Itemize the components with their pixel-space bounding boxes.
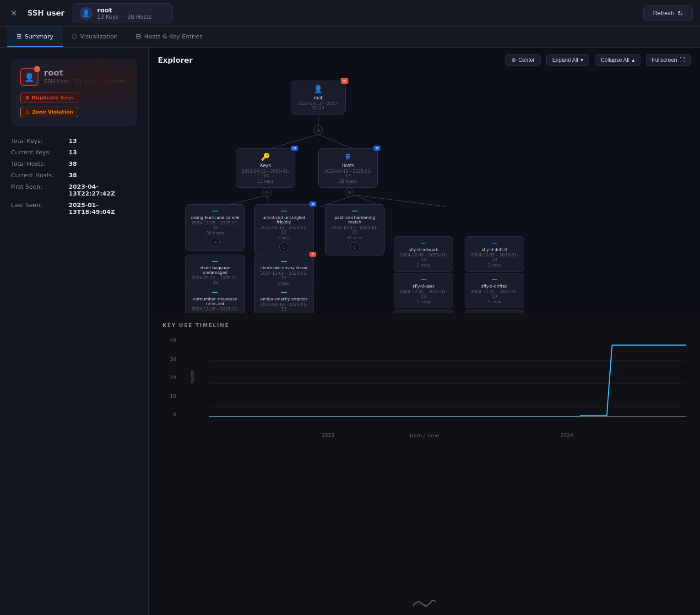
expand-all-button[interactable]: Expand All ▾	[546, 54, 589, 66]
child-node-2[interactable]: ━━ pastrami hardening match 2024-12-13 –…	[325, 204, 385, 256]
y-label-20: 20	[163, 375, 176, 381]
root-expand-circle[interactable]: ⊙	[314, 125, 323, 135]
graph-inner: ⊗ 👤 root 2023-04-13 – 2025-01-13 ⊙ ⊗ 🔑 K…	[149, 71, 652, 313]
keys-badge: ⊗	[291, 146, 298, 151]
user-pill-name: root	[97, 6, 152, 14]
explorer-header: Explorer ⊕ Center Expand All ▾ Collapse …	[149, 48, 700, 72]
root-badge: ⊗	[341, 78, 348, 84]
timeline-title: KEY USE TIMELINE	[163, 322, 686, 328]
hosts-icon: 🖥	[323, 152, 373, 161]
y-label-0: 0	[163, 412, 176, 418]
dup-icon: ⊗	[25, 95, 29, 101]
x-labels: 2023 2024	[209, 432, 686, 438]
top-bar: ✕ SSH user 👤 root 13 Keys · 38 Hosts Ref…	[0, 0, 700, 27]
hosts-expand-circle[interactable]: ⊙	[345, 188, 354, 197]
left-panel: 👤 ! root SSH User · 13 keys · 38 hosts ⊗…	[0, 48, 149, 615]
keys-expand-circle[interactable]: ⊙	[262, 188, 271, 197]
x-label-2023: 2023	[322, 432, 335, 438]
explorer-area: Explorer ⊕ Center Expand All ▾ Collapse …	[149, 48, 700, 313]
stat-total-hosts: Total Hosts: 38	[11, 160, 137, 167]
expand-icon: ▾	[581, 57, 583, 63]
refresh-icon: ↻	[678, 10, 683, 17]
refresh-button[interactable]: Refresh ↻	[643, 5, 693, 21]
user-pill-icon: 👤	[80, 7, 92, 20]
bottom-logo	[149, 592, 700, 615]
host-node-2[interactable]: ━━ sfly-d-user 2024-12-05 – 2025-01-13 1…	[394, 273, 453, 308]
user-avatar: 👤 !	[20, 68, 38, 86]
chart-svg	[209, 337, 686, 429]
refresh-label: Refresh	[653, 10, 674, 16]
stat-total-keys: Total Keys: 13	[11, 137, 137, 144]
host-node-5[interactable]: ━━ sfly-d-drift-2 2024-12-05 – 2025-01-1…	[465, 310, 524, 313]
main-content: 👤 ! root SSH User · 13 keys · 38 hosts ⊗…	[0, 48, 700, 615]
center-icon: ⊕	[511, 57, 516, 63]
duplicate-keys-badge[interactable]: ⊗ Duplicate Keys	[20, 93, 79, 103]
keys-node[interactable]: ⊗ 🔑 Keys 2023-04-13 – 2025-01-13 13 keys	[236, 148, 295, 188]
y-axis-title: Hosts	[190, 370, 195, 385]
y-label-10: 10	[163, 393, 176, 399]
tab-summary[interactable]: ⊞ Summary	[7, 26, 63, 47]
chart-area: 2023 2024	[209, 337, 686, 429]
host-node-4[interactable]: ━━ sfly-d-drift-1 2024-12-05 – 2025-01-1…	[394, 310, 453, 313]
user-card-header: 👤 ! root SSH User · 13 keys · 38 hosts	[20, 68, 128, 86]
child-node-5[interactable]: ━━ outnumber showcase reflected 2024-12-…	[185, 286, 245, 313]
tab-bar: ⊞ Summary ⬡ Visualization ⊟ Hosts & Key …	[0, 27, 700, 48]
user-card-name: root	[44, 68, 125, 77]
host-node-3[interactable]: ━━ sfly-d-drifted 2024-12-05 – 2025-01-1…	[465, 273, 524, 308]
user-pill-sub: 13 Keys · 38 Hosts	[97, 14, 152, 20]
x-label-2024: 2024	[560, 432, 573, 438]
tab-visualization[interactable]: ⬡ Visualization	[63, 26, 127, 47]
graph-container[interactable]: ⊗ 👤 root 2023-04-13 – 2025-01-13 ⊙ ⊗ 🔑 K…	[149, 71, 700, 313]
node1-expand[interactable]: ⊙	[259, 242, 309, 251]
root-node-icon: 👤	[296, 85, 341, 93]
stat-current-keys: Current Keys: 13	[11, 149, 137, 156]
host-node-1[interactable]: ━━ sfly-d-drift-0 2024-12-05 – 2025-01-1…	[465, 236, 524, 272]
explorer-title: Explorer	[158, 56, 193, 65]
user-card-info: root SSH User · 13 keys · 38 hosts	[44, 68, 125, 85]
keys-icon: 🔑	[241, 152, 290, 161]
avatar-alert-icon: !	[34, 66, 40, 72]
fullscreen-button[interactable]: Fullscreen ⛶	[646, 54, 691, 66]
hosts-node[interactable]: ⊗ 🖥 Hosts 2023-04-13 – 2025-01-13 38 hos…	[318, 148, 378, 188]
fullscreen-icon: ⛶	[679, 57, 685, 63]
zone-violation-badge[interactable]: ⚠ Zone Violation	[20, 107, 78, 117]
user-card: 👤 ! root SSH User · 13 keys · 38 hosts ⊗…	[11, 59, 137, 126]
collapse-all-button[interactable]: Collapse All ▴	[595, 54, 640, 66]
summary-icon: ⊞	[16, 33, 22, 40]
collapse-icon: ▴	[632, 57, 635, 63]
stats-grid: Total Keys: 13 Current Keys: 13 Total Ho…	[11, 137, 137, 215]
node0-expand[interactable]: ⊙	[190, 238, 240, 247]
user-pill[interactable]: 👤 root 13 Keys · 38 Hosts	[72, 3, 173, 23]
hosts-node-label: Hosts	[323, 163, 373, 168]
right-panel: Explorer ⊕ Center Expand All ▾ Collapse …	[149, 48, 700, 615]
root-node[interactable]: ⊗ 👤 root 2023-04-13 – 2025-01-13	[291, 81, 346, 114]
user-card-subtitle: SSH User · 13 keys · 38 hosts	[44, 78, 125, 85]
chart-wrapper: 40 30 20 10 0 Hosts	[163, 337, 686, 429]
dup-label: Duplicate Keys	[32, 95, 74, 101]
zone-icon: ⚠	[25, 109, 30, 115]
keys-node-label: Keys	[241, 163, 290, 168]
stat-current-hosts: Current Hosts: 38	[11, 172, 137, 179]
child-node-1[interactable]: ⊗ ━━ unnoticed untangled frigidly 2023-0…	[254, 204, 314, 256]
hosts-icon: ⊟	[136, 33, 141, 40]
hosts-badge: ⊗	[374, 146, 380, 151]
stat-first-seen: First Seen: 2023-04-13T22:27:42Z	[11, 183, 137, 197]
svg-line-2	[318, 135, 355, 149]
close-button[interactable]: ✕	[7, 7, 20, 20]
y-label-40: 40	[163, 337, 176, 343]
center-button[interactable]: ⊕ Center	[505, 54, 541, 66]
child-node-6[interactable]: ━━ amigo smartly emptier 2023-04-13 – 20…	[254, 286, 314, 313]
node2-expand[interactable]: ⊙	[330, 242, 380, 251]
child-node-0[interactable]: ━━ dicing hurricane candle 2024-12-05 – …	[185, 204, 245, 251]
y-label-30: 30	[163, 356, 176, 362]
user-pill-info: root 13 Keys · 38 Hosts	[97, 6, 152, 20]
y-title-wrapper: Hosts	[185, 337, 200, 429]
tab-hosts-key-entries[interactable]: ⊟ Hosts & Key Entries	[127, 26, 212, 47]
user-card-badges: ⊗ Duplicate Keys ⚠ Zone Violation	[20, 93, 128, 117]
logo-svg	[411, 597, 438, 610]
y-axis: 40 30 20 10 0	[163, 337, 176, 429]
stat-last-seen: Last Seen: 2025-01-13T18:49:04Z	[11, 201, 137, 215]
timeline-area: KEY USE TIMELINE 40 30 20 10 0 Hosts	[149, 313, 700, 592]
host-node-0[interactable]: ━━ sfly-d-network 2024-12-05 – 2025-01-1…	[394, 236, 453, 272]
root-node-dates: 2023-04-13 – 2025-01-13	[296, 101, 341, 110]
